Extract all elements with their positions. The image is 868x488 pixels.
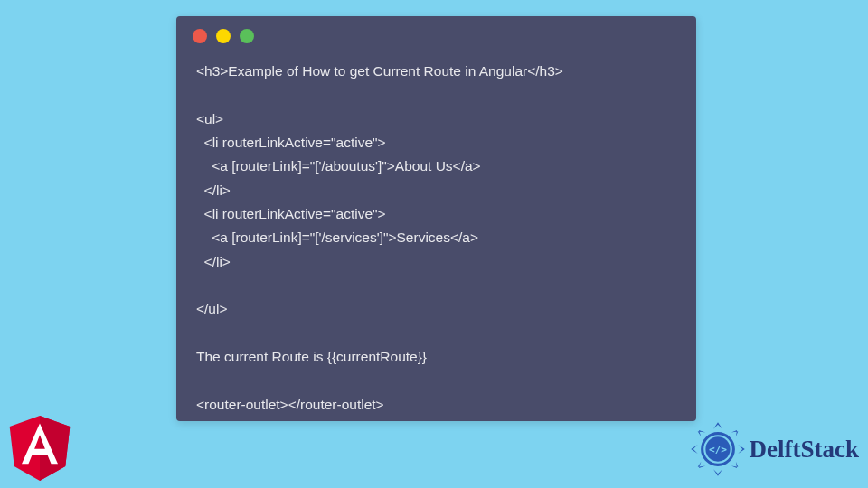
code-window: <h3>Example of How to get Current Route …: [176, 16, 696, 421]
svg-marker-4: [713, 469, 722, 475]
code-line: <a [routerLink]="['/aboutus']">About Us<…: [196, 158, 481, 174]
window-controls: [176, 16, 696, 51]
code-line: </li>: [196, 254, 231, 269]
code-line: </ul>: [196, 301, 227, 316]
code-line: <ul>: [196, 111, 223, 127]
svg-marker-9: [697, 430, 705, 436]
svg-marker-1: [40, 416, 70, 481]
svg-marker-2: [713, 422, 722, 428]
code-line: </li>: [196, 183, 231, 198]
code-line: <h3>Example of How to get Current Route …: [196, 63, 563, 79]
code-line: <li routerLinkActive="active">: [196, 135, 386, 150]
angular-logo-icon: [9, 416, 71, 481]
code-line: <li routerLinkActive="active">: [196, 206, 386, 221]
svg-text:</>: </>: [708, 444, 726, 455]
svg-marker-7: [731, 462, 737, 468]
delftstack-text: DelftStack: [750, 436, 859, 464]
svg-marker-8: [697, 462, 705, 468]
code-block: <h3>Example of How to get Current Route …: [176, 51, 696, 433]
code-line: The current Route is {{currentRoute}}: [196, 349, 427, 364]
delftstack-badge-icon: </>: [690, 421, 746, 477]
svg-marker-5: [691, 445, 697, 454]
svg-marker-6: [731, 430, 737, 436]
code-line: <router-outlet></router-outlet>: [196, 397, 384, 412]
close-dot-icon: [193, 29, 207, 43]
svg-marker-3: [738, 445, 744, 454]
code-line: <a [routerLink]="['/services']">Services…: [196, 230, 478, 245]
minimize-dot-icon: [216, 29, 231, 43]
maximize-dot-icon: [240, 29, 254, 43]
delftstack-logo: </> DelftStack: [690, 421, 859, 477]
